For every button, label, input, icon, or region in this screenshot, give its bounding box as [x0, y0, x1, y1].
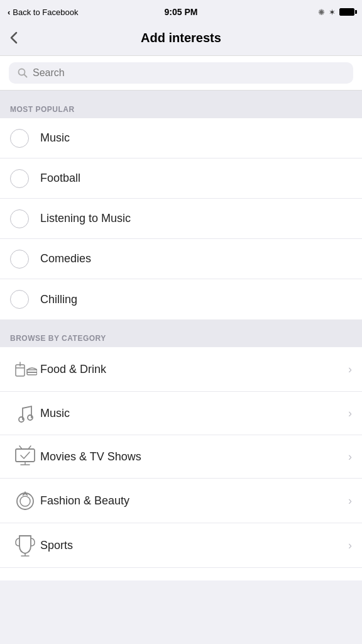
category-list: Food & Drink › Music ›	[0, 347, 362, 568]
most-popular-label: MOST POPULAR	[10, 105, 75, 114]
music-note-icon	[16, 402, 34, 425]
search-container	[0, 55, 362, 91]
status-back[interactable]: ‹ Back to Facebook	[8, 8, 78, 17]
search-bar[interactable]	[9, 62, 353, 84]
bottom-spacer	[0, 568, 362, 580]
chevron-right-icon: ›	[348, 450, 352, 464]
tv-icon	[13, 445, 37, 468]
search-icon	[18, 68, 28, 78]
back-button[interactable]	[10, 31, 18, 44]
fashion-icon-wrap	[10, 489, 40, 513]
food-drink-icon-wrap	[10, 357, 40, 381]
music-icon-wrap	[10, 402, 40, 425]
status-back-label: Back to Facebook	[13, 8, 78, 17]
sports-icon	[14, 533, 36, 557]
browse-category-label: BROWSE BY CATEGORY	[10, 334, 106, 343]
category-label-fashion-beauty: Fashion & Beauty	[40, 494, 348, 508]
radio-button[interactable]	[10, 209, 29, 228]
page-title: Add interests	[141, 31, 221, 45]
item-label: Listening to Music	[40, 212, 352, 225]
svg-point-14	[17, 493, 33, 509]
svg-rect-9	[16, 449, 35, 462]
list-item[interactable]: Comedies	[0, 239, 362, 279]
search-input[interactable]	[33, 67, 344, 79]
list-item[interactable]: Football	[0, 158, 362, 199]
list-item[interactable]: Music	[0, 118, 362, 158]
category-item-movies-tv[interactable]: Movies & TV Shows ›	[0, 435, 362, 479]
category-label-food-drink: Food & Drink	[40, 363, 348, 376]
brightness-icon: ✺	[318, 8, 325, 17]
item-label: Comedies	[40, 252, 352, 265]
category-item-food-drink[interactable]: Food & Drink ›	[0, 347, 362, 392]
svg-line-1	[25, 75, 27, 77]
radio-button[interactable]	[10, 169, 29, 188]
category-item-fashion-beauty[interactable]: Fashion & Beauty ›	[0, 479, 362, 523]
status-icons: ✺ ✶	[318, 8, 354, 17]
status-time: 9:05 PM	[165, 7, 198, 17]
svg-point-15	[20, 496, 30, 506]
radio-button[interactable]	[10, 290, 29, 309]
list-item[interactable]: Listening to Music	[0, 199, 362, 239]
section-gap-middle	[0, 319, 362, 330]
section-gap-top	[0, 91, 362, 101]
svg-rect-6	[27, 372, 37, 375]
browse-category-header: BROWSE BY CATEGORY	[0, 330, 362, 347]
list-item[interactable]: Chilling	[0, 279, 362, 319]
bluetooth-icon: ✶	[329, 8, 336, 17]
most-popular-header: MOST POPULAR	[0, 101, 362, 118]
radio-button[interactable]	[10, 250, 29, 269]
item-label: Chilling	[40, 293, 352, 306]
radio-button[interactable]	[10, 129, 29, 148]
chevron-right-icon: ›	[348, 407, 352, 420]
battery-icon	[339, 8, 354, 16]
food-drink-icon	[13, 357, 37, 381]
chevron-right-icon: ›	[348, 539, 352, 552]
fashion-icon	[14, 489, 36, 513]
category-label-sports: Sports	[40, 539, 348, 552]
category-label-movies-tv: Movies & TV Shows	[40, 450, 348, 464]
category-item-sports[interactable]: Sports ›	[0, 523, 362, 568]
nav-bar: Add interests	[0, 23, 362, 55]
chevron-right-icon: ›	[348, 494, 352, 508]
category-item-music[interactable]: Music ›	[0, 392, 362, 435]
status-back-chevron: ‹	[8, 8, 10, 17]
category-label-music: Music	[40, 407, 348, 420]
chevron-right-icon: ›	[348, 363, 352, 376]
tv-icon-wrap	[10, 445, 40, 468]
item-label: Football	[40, 172, 352, 185]
most-popular-list: Music Football Listening to Music Comedi…	[0, 118, 362, 319]
status-bar: ‹ Back to Facebook 9:05 PM ✺ ✶	[0, 0, 362, 23]
item-label: Music	[40, 131, 352, 145]
sports-icon-wrap	[10, 533, 40, 557]
